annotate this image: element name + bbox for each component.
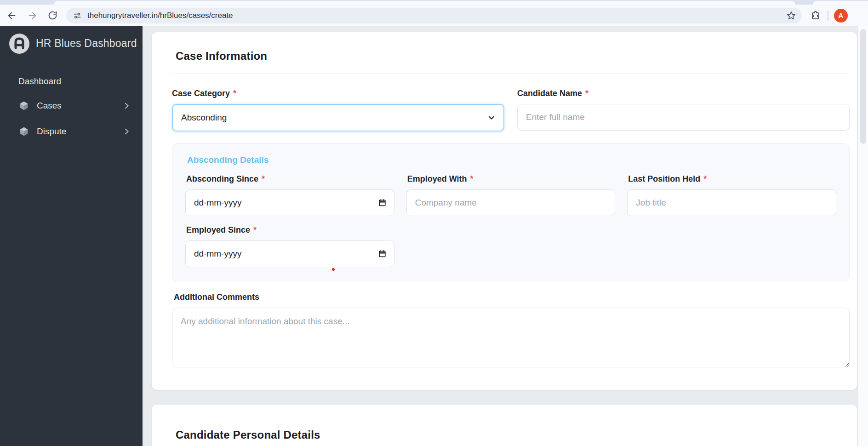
sidebar-item-cases[interactable]: Cases [0, 95, 143, 116]
active-tab[interactable] [54, 1, 795, 5]
last-position-held-input[interactable] [627, 189, 836, 216]
sidebar-header: HR Blues Dashboard [0, 26, 143, 61]
additional-comments-label: Additional Comments [174, 292, 850, 302]
candidate-name-label: Candidate Name * [517, 89, 850, 98]
case-category-field: Case Category * Absconding [172, 89, 504, 132]
sidebar-nav: Dashboard Cases Dispute [0, 61, 143, 142]
scrollbar-thumb[interactable] [860, 29, 866, 144]
case-information-title: Case Information [176, 50, 850, 63]
candidate-personal-details-title: Candidate Personal Details [176, 429, 850, 441]
sidebar-item-dispute[interactable]: Dispute [0, 121, 143, 142]
required-asterisk: * [233, 89, 236, 98]
toolbar-separator [828, 11, 828, 21]
required-asterisk: * [703, 174, 707, 184]
browser-window: thehungrytraveller.in/hrBlues/cases/crea… [0, 0, 868, 446]
cube-icon [18, 100, 29, 111]
case-category-label: Case Category * [172, 89, 504, 98]
employed-with-input[interactable] [406, 189, 616, 216]
absconding-details-title: Absconding Details [187, 155, 836, 165]
absconding-details-card: Absconding Details Absconding Since * dd… [172, 143, 850, 281]
candidate-name-field: Candidate Name * [517, 89, 850, 132]
reload-icon [48, 11, 57, 20]
date-format-hint: dd-mm-yyyy [194, 249, 241, 259]
tab-strip-right [813, 1, 868, 5]
extensions-icon[interactable] [810, 10, 821, 21]
reload-button[interactable] [44, 7, 61, 24]
additional-comments-textarea[interactable] [172, 308, 850, 367]
required-asterisk: * [253, 225, 257, 235]
absconding-since-label: Absconding Since * [186, 174, 394, 184]
case-category-select[interactable]: Absconding [172, 104, 504, 132]
browser-toolbar: thehungrytraveller.in/hrBlues/cases/crea… [0, 5, 868, 26]
sidebar-item-dashboard[interactable]: Dashboard [0, 72, 143, 91]
required-asterisk: * [585, 89, 588, 98]
bookmark-star-icon[interactable] [786, 11, 796, 21]
sidebar-item-label: Dashboard [18, 76, 61, 86]
sidebar: HR Blues Dashboard Dashboard Cases Dispu… [0, 26, 143, 446]
date-format-hint: dd-mm-yyyy [194, 198, 241, 208]
forward-button[interactable] [24, 7, 40, 24]
required-asterisk: * [470, 174, 474, 184]
hr-blues-logo-icon [9, 34, 29, 54]
case-information-card: Case Information Case Category * Abscond… [152, 32, 857, 390]
employed-since-label: Employed Since * [186, 225, 394, 235]
chevron-down-icon [487, 113, 496, 122]
calendar-icon[interactable] [378, 250, 387, 258]
profile-avatar[interactable]: A [834, 9, 848, 23]
employed-since-field: Employed Since * dd-mm-yyyy [185, 216, 394, 267]
chevron-right-icon [122, 127, 131, 136]
page-scrollbar[interactable] [858, 26, 868, 446]
last-position-held-field: Last Position Held * [627, 165, 836, 216]
last-position-held-label: Last Position Held * [628, 174, 836, 184]
sidebar-item-label: Cases [37, 101, 62, 111]
required-asterisk: * [262, 174, 265, 184]
sidebar-item-label: Dispute [37, 126, 66, 137]
required-dot-marker [332, 268, 335, 271]
main-content: Case Information Case Category * Abscond… [143, 26, 858, 446]
chevron-right-icon [122, 102, 131, 110]
site-info-icon[interactable] [73, 11, 82, 20]
forward-arrow-icon [27, 11, 37, 21]
back-button[interactable] [4, 7, 20, 24]
back-arrow-icon [7, 11, 17, 21]
candidate-personal-details-card: Candidate Personal Details [152, 405, 857, 446]
employed-with-label: Employed With * [407, 174, 616, 184]
calendar-icon[interactable] [378, 199, 387, 207]
employed-since-date-input[interactable]: dd-mm-yyyy [185, 240, 394, 267]
absconding-since-field: Absconding Since * dd-mm-yyyy [185, 165, 394, 216]
employed-with-field: Employed With * [406, 165, 616, 216]
sidebar-title: HR Blues Dashboard [36, 37, 137, 50]
url-text[interactable]: thehungrytraveller.in/hrBlues/cases/crea… [87, 11, 786, 20]
case-category-value: Absconding [181, 113, 487, 123]
absconding-since-date-input[interactable]: dd-mm-yyyy [185, 189, 394, 216]
candidate-name-input[interactable] [517, 104, 850, 131]
address-bar[interactable]: thehungrytraveller.in/hrBlues/cases/crea… [66, 8, 802, 23]
cube-icon [18, 126, 29, 137]
toolbar-right: A [810, 9, 848, 23]
tab-strip [0, 0, 868, 5]
divider [172, 74, 850, 74]
